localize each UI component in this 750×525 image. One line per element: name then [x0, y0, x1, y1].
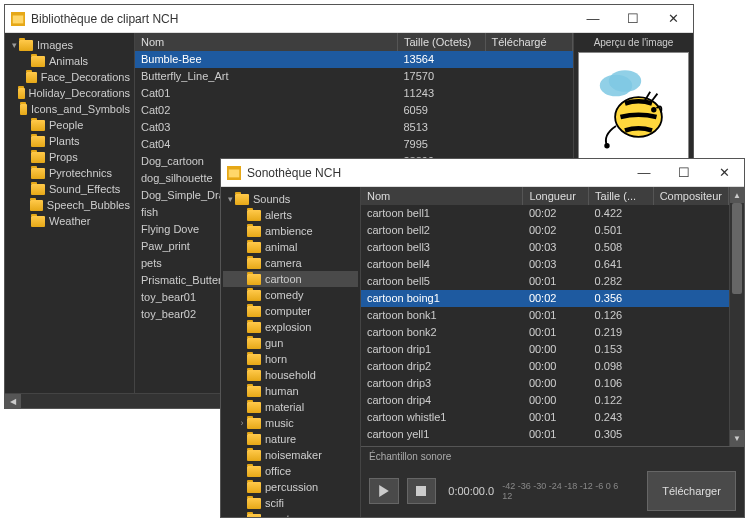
scroll-left-icon[interactable]: ◀	[5, 394, 21, 408]
col-name[interactable]: Nom	[135, 33, 398, 51]
tree-item[interactable]: Sound_Effects	[7, 181, 132, 197]
tree-item[interactable]: explosion	[223, 319, 358, 335]
col-composer[interactable]: Compositeur	[653, 187, 728, 205]
tree-item-label: Plants	[49, 135, 80, 147]
col-downloaded[interactable]: Téléchargé	[485, 33, 573, 51]
tree-item[interactable]: household	[223, 367, 358, 383]
tree-item[interactable]: sport	[223, 511, 358, 517]
tree-item[interactable]: horn	[223, 351, 358, 367]
tree-item[interactable]: Pyrotechnics	[7, 165, 132, 181]
tree-item[interactable]: Holiday_Decorations	[7, 85, 132, 101]
window-title: Bibliothèque de clipart NCH	[31, 12, 573, 26]
close-button[interactable]: ✕	[653, 5, 693, 33]
svg-rect-10	[229, 169, 240, 177]
tree-item[interactable]: scifi	[223, 495, 358, 511]
tree-item[interactable]: Icons_and_Symbols	[7, 101, 132, 117]
table-row[interactable]: cartoon yell100:010.305	[361, 426, 729, 443]
titlebar: Sonothèque NCH — ☐ ✕	[221, 159, 744, 187]
table-row[interactable]: cartoon bell200:020.501	[361, 222, 729, 239]
tree-item[interactable]: office	[223, 463, 358, 479]
tree-item[interactable]: comedy	[223, 287, 358, 303]
tree-item[interactable]: People	[7, 117, 132, 133]
tree-item[interactable]: Animals	[7, 53, 132, 69]
folder-icon	[247, 370, 261, 381]
table-row[interactable]: cartoon bell500:010.282	[361, 273, 729, 290]
tree-item[interactable]: nature	[223, 431, 358, 447]
tree-item-label: People	[49, 119, 83, 131]
folder-icon	[247, 242, 261, 253]
folder-icon	[26, 72, 37, 83]
tree-item-label: human	[265, 385, 299, 397]
folder-icon	[247, 322, 261, 333]
level-meter: -42 -36 -30 -24 -18 -12 -6 0 6 12	[502, 481, 629, 501]
table-row[interactable]: cartoon drip400:000.122	[361, 392, 729, 409]
table-row[interactable]: Butterfly_Line_Art17570	[135, 68, 573, 85]
tree-item[interactable]: cartoon	[223, 271, 358, 287]
titlebar: Bibliothèque de clipart NCH — ☐ ✕	[5, 5, 693, 33]
table-row[interactable]: cartoon drip200:000.098	[361, 358, 729, 375]
tree-item[interactable]: ▾Sounds	[223, 191, 358, 207]
maximize-button[interactable]: ☐	[613, 5, 653, 33]
tree-item[interactable]: animal	[223, 239, 358, 255]
tree-item[interactable]: material	[223, 399, 358, 415]
minimize-button[interactable]: —	[624, 159, 664, 187]
tree-item[interactable]: noisemaker	[223, 447, 358, 463]
folder-tree[interactable]: ▾ImagesAnimalsFace_DecorationsHoliday_De…	[5, 33, 135, 393]
tree-item[interactable]: Props	[7, 149, 132, 165]
tree-item[interactable]: ›music	[223, 415, 358, 431]
tree-item[interactable]: human	[223, 383, 358, 399]
table-row[interactable]: cartoon whistle100:010.243	[361, 409, 729, 426]
folder-icon	[247, 450, 261, 461]
table-row[interactable]: Cat026059	[135, 102, 573, 119]
table-row[interactable]: cartoon bonk200:010.219	[361, 324, 729, 341]
tree-item[interactable]: gun	[223, 335, 358, 351]
folder-icon	[31, 56, 45, 67]
folder-tree[interactable]: ▾Soundsalertsambienceanimalcameracartoon…	[221, 187, 361, 517]
preview-image	[578, 52, 689, 163]
col-length[interactable]: Longueur	[523, 187, 589, 205]
tree-item[interactable]: ▾Images	[7, 37, 132, 53]
scroll-down-icon[interactable]: ▼	[730, 430, 744, 446]
tree-item-label: comedy	[265, 289, 304, 301]
tree-item[interactable]: percussion	[223, 479, 358, 495]
tree-item[interactable]: Speech_Bubbles	[7, 197, 132, 213]
sound-table[interactable]: Nom Longueur Taille (... Compositeur car…	[361, 187, 729, 446]
maximize-button[interactable]: ☐	[664, 159, 704, 187]
tree-item[interactable]: Face_Decorations	[7, 69, 132, 85]
table-row[interactable]: cartoon drip300:000.106	[361, 375, 729, 392]
minimize-button[interactable]: —	[573, 5, 613, 33]
download-button[interactable]: Télécharger	[647, 471, 736, 511]
col-size[interactable]: Taille (Octets)	[398, 33, 486, 51]
vertical-scrollbar[interactable]: ▲ ▼	[729, 187, 744, 446]
table-row[interactable]: Bumble-Bee13564	[135, 51, 573, 68]
play-button[interactable]	[369, 478, 399, 504]
tree-item[interactable]: computer	[223, 303, 358, 319]
tree-item[interactable]: Plants	[7, 133, 132, 149]
tree-item[interactable]: camera	[223, 255, 358, 271]
audio-sample-label: Échantillon sonore	[369, 451, 451, 462]
table-row[interactable]: Cat038513	[135, 119, 573, 136]
tree-item[interactable]: Weather	[7, 213, 132, 229]
table-row[interactable]: Cat047995	[135, 136, 573, 153]
col-name[interactable]: Nom	[361, 187, 523, 205]
folder-icon	[247, 386, 261, 397]
table-row[interactable]: cartoon bell300:030.508	[361, 239, 729, 256]
tree-item-label: Weather	[49, 215, 90, 227]
tree-item-label: alerts	[265, 209, 292, 221]
table-row[interactable]: cartoon drip100:000.153	[361, 341, 729, 358]
close-button[interactable]: ✕	[704, 159, 744, 187]
table-row[interactable]: cartoon bell400:030.641	[361, 256, 729, 273]
tree-item[interactable]: ambience	[223, 223, 358, 239]
tree-item-label: Animals	[49, 55, 88, 67]
tree-item[interactable]: alerts	[223, 207, 358, 223]
tree-item-label: horn	[265, 353, 287, 365]
folder-icon	[247, 418, 261, 429]
table-row[interactable]: cartoon boing100:020.356	[361, 290, 729, 307]
table-row[interactable]: cartoon bell100:020.422	[361, 205, 729, 222]
window-title: Sonothèque NCH	[247, 166, 624, 180]
stop-button[interactable]	[407, 478, 437, 504]
table-row[interactable]: Cat0111243	[135, 85, 573, 102]
col-size[interactable]: Taille (...	[589, 187, 654, 205]
scroll-up-icon[interactable]: ▲	[730, 187, 744, 203]
table-row[interactable]: cartoon bonk100:010.126	[361, 307, 729, 324]
